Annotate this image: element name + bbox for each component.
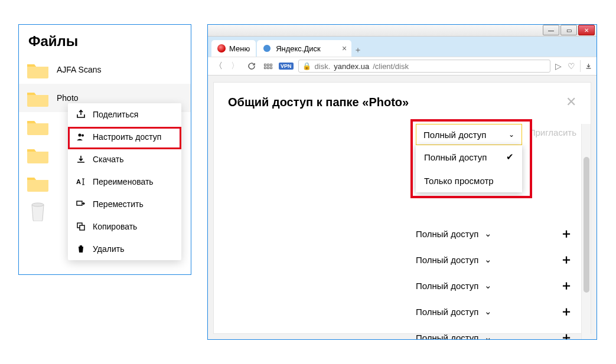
- add-button[interactable]: ＋: [560, 329, 573, 339]
- url-domain: yandex.ua: [334, 62, 369, 71]
- ctx-move[interactable]: Переместить: [68, 193, 181, 215]
- folder-icon: [26, 89, 50, 107]
- ctx-label: Настроить доступ: [93, 132, 161, 142]
- heart-icon[interactable]: ♡: [568, 61, 575, 71]
- context-menu: Поделиться Настроить доступ Скачать A Пе…: [68, 103, 181, 260]
- perm-label: Полный доступ: [416, 333, 478, 340]
- delete-icon: [76, 244, 86, 254]
- send-icon[interactable]: ▷: [555, 61, 562, 71]
- chevron-down-icon: ⌄: [484, 254, 492, 265]
- lock-icon: 🔒: [302, 62, 311, 70]
- ctx-label: Скачать: [93, 155, 124, 164]
- folder-icon: [26, 117, 50, 135]
- window-maximize-button[interactable]: ▭: [560, 25, 577, 35]
- window-titlebar: — ▭ ✕: [208, 25, 597, 37]
- ctx-download[interactable]: Скачать: [68, 148, 181, 170]
- url-host: disk.: [315, 62, 331, 71]
- browser-tab[interactable]: Яндекс.Диск ×: [257, 40, 351, 57]
- ctx-label: Переименовать: [93, 177, 154, 186]
- add-button[interactable]: ＋: [560, 225, 573, 242]
- permission-row: Полный доступ ⌄ ＋: [232, 273, 576, 299]
- svg-point-2: [82, 135, 84, 137]
- check-icon: ✔: [506, 152, 514, 162]
- ctx-delete[interactable]: Удалить: [68, 238, 181, 260]
- opera-icon: [217, 44, 226, 53]
- tab-bar: Меню Яндекс.Диск × ＋: [208, 37, 597, 57]
- ctx-label: Переместить: [93, 199, 144, 209]
- chevron-down-icon: ⌄: [484, 280, 492, 291]
- chevron-down-icon: ⌄: [484, 228, 492, 239]
- permission-row: Полный доступ ⌄ ＋: [232, 221, 576, 247]
- speed-dial-button[interactable]: [262, 60, 274, 72]
- ctx-share[interactable]: Поделиться: [68, 103, 181, 126]
- menu-label: Меню: [229, 44, 250, 53]
- permission-selected: Полный доступ: [423, 130, 486, 140]
- permission-dropdown: Полный доступ ✔ Только просмотр: [416, 145, 522, 192]
- option-label: Полный доступ: [424, 152, 487, 162]
- perm-label: Полный доступ: [416, 307, 478, 317]
- svg-point-1: [79, 134, 82, 137]
- close-icon[interactable]: ✕: [566, 94, 576, 110]
- share-icon: [76, 110, 86, 119]
- perm-label: Полный доступ: [416, 281, 478, 291]
- permission-row: Полный доступ ⌄ ＋: [232, 247, 576, 273]
- close-icon[interactable]: ×: [342, 44, 347, 53]
- nav-back-button[interactable]: 〈: [213, 60, 224, 72]
- tab-title: Яндекс.Диск: [276, 44, 321, 53]
- folder-icon: [26, 61, 50, 78]
- ctx-label: Поделиться: [93, 110, 138, 119]
- dropdown-option[interactable]: Только просмотр: [416, 169, 522, 192]
- svg-rect-6: [80, 225, 84, 230]
- url-path: /client/disk: [373, 62, 409, 71]
- new-tab-button[interactable]: ＋: [351, 44, 364, 57]
- folder-label: AJFA Scans: [57, 65, 101, 74]
- url-input[interactable]: 🔒 disk.yandex.ua/client/disk: [298, 60, 550, 73]
- permission-select[interactable]: Полный доступ ⌄: [416, 306, 492, 317]
- trash-icon: [30, 201, 46, 221]
- permission-select[interactable]: Полный доступ ⌄: [416, 228, 492, 239]
- people-icon: [76, 132, 86, 142]
- add-button[interactable]: ＋: [560, 303, 573, 320]
- copy-icon: [76, 222, 86, 231]
- permission-select[interactable]: Полный доступ ⌄: [416, 124, 522, 145]
- chevron-down-icon: ⌄: [484, 306, 492, 317]
- tab-favicon: [263, 44, 271, 53]
- scrollbar-thumb[interactable]: [584, 157, 589, 293]
- download-icon: [76, 155, 86, 164]
- add-button[interactable]: ＋: [560, 251, 573, 268]
- chevron-down-icon: ⌄: [509, 130, 514, 139]
- scrollbar-track[interactable]: [581, 124, 591, 339]
- permission-select[interactable]: Полный доступ ⌄: [416, 280, 492, 291]
- window-minimize-button[interactable]: —: [543, 25, 559, 35]
- window-close-button[interactable]: ✕: [578, 25, 595, 35]
- nav-forward-button[interactable]: 〉: [229, 60, 241, 72]
- ctx-label: Копировать: [93, 222, 137, 231]
- permission-select[interactable]: Полный доступ ⌄: [416, 254, 492, 265]
- move-icon: [76, 199, 86, 209]
- folder-icon: [26, 174, 50, 192]
- folder-label: Photo: [57, 93, 79, 103]
- downloads-button[interactable]: [580, 60, 592, 72]
- folder-row[interactable]: AJFA Scans: [19, 55, 191, 84]
- ctx-access[interactable]: Настроить доступ: [68, 126, 181, 148]
- folder-icon: [26, 146, 50, 163]
- reload-button[interactable]: [246, 60, 258, 72]
- dropdown-option[interactable]: Полный доступ ✔: [416, 145, 522, 169]
- ctx-copy[interactable]: Копировать: [68, 215, 181, 238]
- permission-row: Полный доступ ⌄ ＋: [232, 324, 576, 339]
- perm-label: Полный доступ: [416, 255, 478, 265]
- browser-window: — ▭ ✕ Меню Яндекс.Диск × ＋ 〈 〉 VPN: [207, 24, 597, 340]
- add-button[interactable]: ＋: [560, 277, 573, 294]
- files-title: Файлы: [19, 25, 191, 55]
- opera-menu-button[interactable]: Меню: [211, 40, 256, 57]
- permission-select[interactable]: Полный доступ ⌄: [416, 332, 492, 339]
- share-dialog: Общий доступ к папке «Photo» ✕ Пригласит…: [214, 83, 591, 333]
- page-content: Общий доступ к папке «Photo» ✕ Пригласит…: [208, 76, 597, 339]
- vpn-badge[interactable]: VPN: [279, 63, 294, 70]
- svg-text:A: A: [76, 178, 81, 185]
- svg-point-0: [32, 203, 44, 206]
- ctx-rename[interactable]: A Переименовать: [68, 170, 181, 193]
- svg-rect-4: [77, 201, 82, 205]
- dialog-title: Общий доступ к папке «Photo»: [228, 96, 409, 109]
- option-label: Только просмотр: [424, 176, 494, 186]
